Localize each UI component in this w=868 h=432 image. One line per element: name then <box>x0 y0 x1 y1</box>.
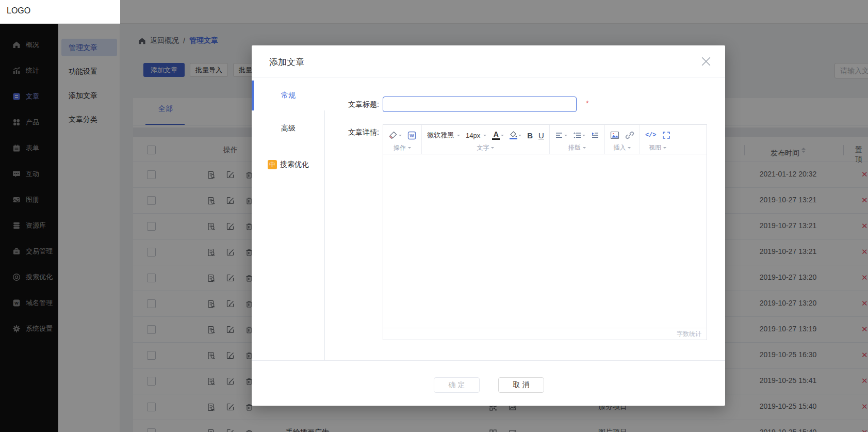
editor-group-view: </> 视图 <box>640 125 676 154</box>
underline-icon[interactable]: U <box>538 131 544 140</box>
group-label-actions[interactable]: 操作 <box>394 143 411 152</box>
font-size-select[interactable]: 14px <box>466 132 486 139</box>
article-title-label: 文章标题: <box>329 100 379 109</box>
modal-tab-general[interactable]: 常规 <box>252 81 325 110</box>
modal-title: 添加文章 <box>269 56 304 68</box>
add-article-modal: 添加文章 常规 高级 中 搜索优化 文章标题: * 文章详情: W <box>252 45 725 406</box>
highlight-color-icon[interactable] <box>510 131 521 139</box>
word-count-label[interactable]: 字数统计 <box>677 330 701 339</box>
logo: LOGO <box>7 6 30 15</box>
confirm-button[interactable]: 确 定 <box>434 377 480 393</box>
insert-link-icon[interactable] <box>625 131 634 140</box>
editor-group-text: 微软雅黑 14px A B U <box>422 125 550 154</box>
cancel-button[interactable]: 取 消 <box>498 377 544 393</box>
seo-badge: 中 <box>268 160 277 169</box>
align-icon[interactable] <box>555 131 567 139</box>
editor-toolbar: W 操作 微软雅黑 14px A <box>383 125 707 154</box>
svg-text:W: W <box>410 133 414 138</box>
group-label-text[interactable]: 文字 <box>477 143 494 152</box>
article-detail-label: 文章详情: <box>329 128 379 137</box>
line-height-icon[interactable] <box>573 131 585 139</box>
editor-group-layout: 排版 <box>550 125 605 154</box>
group-label-insert[interactable]: 插入 <box>613 143 631 152</box>
format-clear-icon[interactable] <box>388 131 402 140</box>
font-color-icon[interactable]: A <box>492 131 504 140</box>
close-icon[interactable] <box>701 57 711 66</box>
logo-header: LOGO <box>0 0 120 24</box>
modal-footer-divider <box>252 360 725 361</box>
word-import-icon[interactable]: W <box>407 131 416 140</box>
rich-text-editor: W 操作 微软雅黑 14px A <box>383 124 707 340</box>
modal-tab-seo[interactable]: 中 搜索优化 <box>252 150 325 180</box>
modal-tab-advanced[interactable]: 高级 <box>252 114 325 143</box>
article-title-input[interactable] <box>383 97 577 112</box>
fullscreen-icon[interactable] <box>662 131 670 139</box>
source-code-icon[interactable]: </> <box>645 132 657 139</box>
editor-content-area[interactable] <box>383 154 707 328</box>
editor-status-bar: 字数统计 <box>383 328 707 340</box>
indent-icon[interactable] <box>591 131 599 139</box>
bold-icon[interactable]: B <box>527 131 533 140</box>
required-mark: * <box>586 99 588 107</box>
insert-image-icon[interactable] <box>610 131 619 140</box>
font-family-select[interactable]: 微软雅黑 <box>427 131 460 140</box>
group-label-layout[interactable]: 排版 <box>568 143 586 152</box>
editor-group-insert: 插入 <box>605 125 640 154</box>
tab-rail-border <box>324 110 325 360</box>
group-label-view[interactable]: 视图 <box>649 143 666 152</box>
editor-group-actions: W 操作 <box>383 125 422 154</box>
modal-header: 添加文章 <box>252 45 725 77</box>
